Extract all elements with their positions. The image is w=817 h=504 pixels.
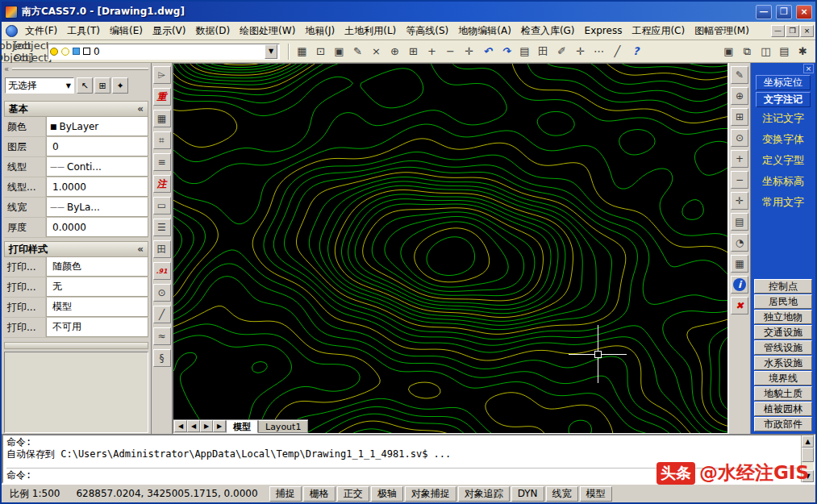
join-icon[interactable]: ⌗ bbox=[153, 131, 171, 149]
mdi-close-button[interactable]: × bbox=[800, 25, 814, 37]
minimize-button[interactable]: — bbox=[756, 5, 772, 19]
draworder-icon[interactable]: ▤ bbox=[515, 42, 534, 60]
screen-menu-subitem[interactable]: 坐标标高 bbox=[752, 171, 814, 192]
tab-layout1[interactable]: Layout1 bbox=[258, 420, 308, 433]
panel-close-icon[interactable]: × bbox=[803, 64, 814, 73]
spline-icon[interactable]: § bbox=[153, 349, 171, 367]
menu-item[interactable]: 数据(D) bbox=[191, 23, 236, 38]
screen-menu-category[interactable]: 交通设施 bbox=[754, 325, 812, 339]
status-toggle-button[interactable]: 正交 bbox=[337, 486, 369, 502]
save-icon[interactable]: ▣ bbox=[330, 42, 348, 60]
screen-menu-category[interactable]: 植被园林 bbox=[754, 402, 812, 416]
zoom-in-icon[interactable]: + bbox=[731, 150, 748, 168]
screen-menu-subitem[interactable]: 定义字型 bbox=[752, 150, 814, 171]
status-toggle-button[interactable]: 线宽 bbox=[546, 486, 578, 502]
orbit-icon[interactable]: ◔ bbox=[731, 234, 748, 252]
pen-icon[interactable]: ✎ bbox=[348, 42, 367, 60]
menu-item[interactable]: 等高线(S) bbox=[401, 23, 453, 38]
screen-menu-category[interactable]: 独立地物 bbox=[754, 310, 812, 324]
rectangle-icon[interactable]: ▭ bbox=[153, 197, 171, 215]
screen-menu-category[interactable]: 境界线 bbox=[754, 371, 812, 385]
zoom-window-icon[interactable]: ⊞ bbox=[731, 108, 748, 126]
zoom-realtime-icon[interactable]: ⊕ bbox=[731, 87, 748, 105]
menu-item[interactable]: 显示(V) bbox=[148, 23, 191, 38]
options-icon[interactable]: ✱ bbox=[794, 42, 812, 60]
copy-object-icon[interactable]: ⧉ bbox=[738, 42, 757, 60]
window-tile-icon[interactable]: ▣ bbox=[719, 42, 738, 60]
property-value[interactable]: 0.0000 bbox=[46, 218, 148, 237]
zoom-out-icon[interactable]: − bbox=[731, 171, 748, 189]
selection-dropdown[interactable]: 无选择 ▼ bbox=[5, 77, 74, 94]
batch-edit-icon[interactable]: ≡ bbox=[153, 153, 171, 171]
section-header-basic[interactable]: 基本 « bbox=[4, 101, 148, 117]
palette-collapse-icon[interactable]: « bbox=[4, 65, 9, 73]
elevation-point-icon[interactable]: .91 bbox=[153, 262, 171, 280]
curve-icon[interactable]: ≈ bbox=[153, 327, 171, 345]
menu-item[interactable]: 检查入库(G) bbox=[516, 23, 580, 38]
property-value[interactable]: ——ByLa... bbox=[46, 198, 148, 217]
zoom-out-icon[interactable]: − bbox=[441, 42, 460, 60]
zoom-realtime-icon[interactable]: ⊕ bbox=[386, 42, 404, 60]
menu-coordinate-locate[interactable]: 坐标定位 bbox=[756, 75, 811, 90]
menu-item[interactable]: 工程应用(C) bbox=[627, 23, 690, 38]
pan-icon[interactable]: ✛ bbox=[731, 192, 748, 210]
info-icon[interactable]: i bbox=[731, 276, 748, 294]
help-icon[interactable]: ? bbox=[627, 42, 645, 60]
layer-states-icon[interactable]: [object Object] bbox=[23, 42, 42, 60]
menu-item[interactable]: Express bbox=[580, 23, 627, 38]
screen-menu-category[interactable]: 市政部件 bbox=[754, 417, 812, 431]
tab-nav-button[interactable]: ▶ bbox=[200, 420, 213, 432]
tab-nav-button[interactable]: ◀ bbox=[174, 420, 187, 432]
zoom-in-icon[interactable]: + bbox=[423, 42, 441, 60]
screen-menu-category[interactable]: 居民地 bbox=[754, 294, 812, 309]
redo-icon[interactable]: ↷ bbox=[497, 42, 515, 60]
property-value[interactable]: 模型 bbox=[46, 298, 148, 317]
screen-menu-subitem[interactable]: 常用文字 bbox=[752, 192, 814, 213]
screen-menu-category[interactable]: 水系设施 bbox=[754, 356, 812, 370]
repeat-copy-icon[interactable]: 重 bbox=[153, 88, 171, 106]
mdi-minimize-button[interactable]: — bbox=[771, 25, 785, 37]
quick-select-icon[interactable]: ⊞ bbox=[94, 77, 110, 94]
property-value[interactable]: 1.0000 bbox=[46, 177, 148, 197]
screen-menu-subitem[interactable]: 变换字体 bbox=[752, 129, 814, 150]
status-toggle-button[interactable]: 对象追踪 bbox=[458, 486, 510, 502]
section-header-plot[interactable]: 打印样式 « bbox=[4, 241, 148, 257]
preview-icon[interactable]: ◫ bbox=[757, 42, 775, 60]
menu-item[interactable]: 图幅管理(M) bbox=[690, 23, 754, 38]
menu-item[interactable]: 地物编辑(A) bbox=[453, 23, 516, 38]
app-icon[interactable] bbox=[5, 6, 18, 19]
status-toggle-button[interactable]: 模型 bbox=[580, 486, 612, 502]
document-icon[interactable] bbox=[6, 25, 18, 37]
annotate-icon[interactable]: 注 bbox=[153, 175, 171, 193]
property-value[interactable]: ——Conti... bbox=[46, 157, 148, 177]
multiline-icon[interactable]: ☰ bbox=[153, 219, 171, 236]
scroll-up-icon[interactable]: ▲ bbox=[802, 435, 814, 448]
sketch-pen-icon[interactable]: ✐ bbox=[552, 42, 571, 60]
property-value[interactable]: 0 bbox=[46, 137, 148, 156]
status-toggle-button[interactable]: 对象捕捉 bbox=[405, 486, 456, 502]
tab-nav-button[interactable]: ◀ bbox=[187, 420, 200, 432]
zoom-previous-icon[interactable]: ⊙ bbox=[731, 129, 748, 147]
pickbox-icon[interactable]: ⊡ bbox=[311, 42, 330, 60]
menu-item[interactable]: 文件(F) bbox=[20, 23, 62, 38]
property-value[interactable]: 无 bbox=[46, 277, 148, 297]
erase-icon[interactable]: × bbox=[367, 42, 386, 60]
scale-indicator[interactable]: 比例 1:500 bbox=[5, 487, 65, 501]
maximize-button[interactable]: ❒ bbox=[776, 5, 792, 19]
snap-grid-icon[interactable]: ▦ bbox=[293, 42, 311, 60]
slope-line-icon[interactable]: ╱ bbox=[153, 306, 171, 323]
screen-menu-category[interactable]: 管线设施 bbox=[754, 340, 812, 355]
pan-icon[interactable]: ✛ bbox=[460, 42, 478, 60]
menu-item[interactable]: 绘图处理(W) bbox=[235, 23, 300, 38]
table-icon[interactable]: 田 bbox=[534, 42, 552, 60]
screen-menu-subitem[interactable]: 注记文字 bbox=[752, 108, 814, 129]
delete-icon[interactable]: ✖ bbox=[731, 297, 748, 314]
mdi-restore-button[interactable]: ❒ bbox=[786, 25, 799, 37]
menu-item[interactable]: 编辑(E) bbox=[105, 23, 148, 38]
screen-menu-category[interactable]: 控制点 bbox=[754, 279, 812, 294]
move-icon[interactable]: ✛ bbox=[571, 42, 590, 60]
named-views-icon[interactable]: ▤ bbox=[731, 213, 748, 231]
tool-palette-icon[interactable]: ▤ bbox=[775, 42, 794, 60]
circle-icon[interactable]: ⊙ bbox=[153, 284, 171, 302]
array-icon[interactable]: ▦ bbox=[153, 110, 171, 127]
